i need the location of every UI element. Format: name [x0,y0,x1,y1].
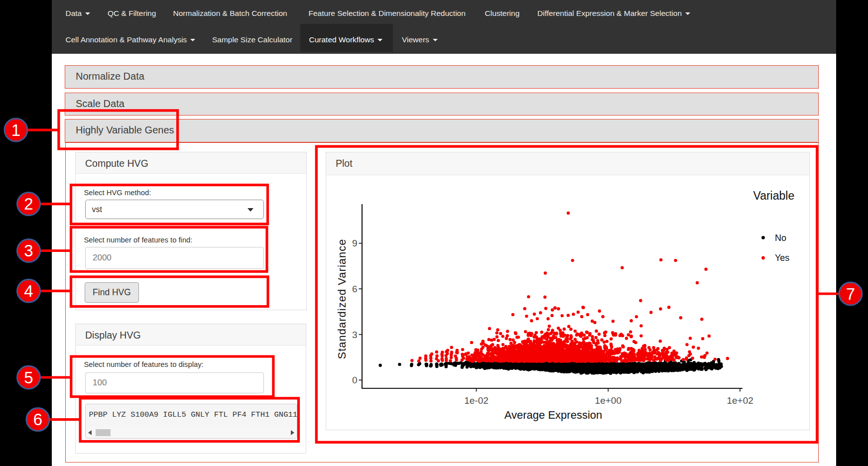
svg-text:Standardized Variance: Standardized Variance [336,239,348,359]
svg-text:3: 3 [24,241,33,260]
svg-text:4: 4 [24,282,33,300]
svg-text:3: 3 [352,330,358,340]
svg-text:2: 2 [24,195,33,213]
svg-text:7: 7 [846,285,855,303]
svg-text:6: 6 [33,410,42,429]
svg-text:5: 5 [24,368,33,387]
svg-text:No: No [775,233,786,243]
svg-text:6: 6 [352,284,358,294]
svg-text:0: 0 [352,375,358,385]
svg-text:Average Expression: Average Expression [504,409,603,421]
svg-text:1: 1 [11,121,20,139]
svg-text:Variable: Variable [753,189,795,202]
svg-text:9: 9 [352,238,358,248]
svg-text:1e+00: 1e+00 [595,395,621,406]
svg-text:Yes: Yes [775,253,789,263]
svg-text:1e-02: 1e-02 [464,395,489,406]
svg-text:1e+02: 1e+02 [727,395,753,406]
